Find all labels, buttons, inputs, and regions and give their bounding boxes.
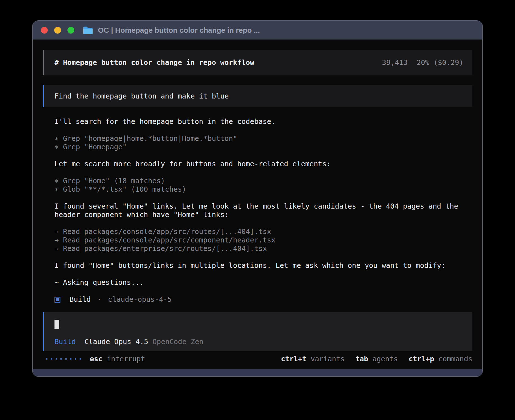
assistant-text-line: ~ Asking questions...: [54, 278, 472, 287]
close-button[interactable]: [41, 27, 48, 34]
assistant-text-line: I found "Home" buttons/links in multiple…: [54, 261, 472, 270]
separator-dot: ·: [97, 295, 102, 304]
transcript-gap: [54, 219, 472, 228]
transcript-gap: [54, 194, 472, 202]
assistant-text-line: I found several "Home" links. Let me loo…: [54, 202, 472, 219]
window-title: OC | Homepage button color change in rep…: [98, 26, 260, 35]
hint-variants: ctrl+t variants: [281, 355, 345, 363]
hint-interrupt: esc interrupt: [90, 355, 145, 363]
tool-call-line: → Read packages/enterprise/src/routes/[.…: [54, 244, 472, 253]
minimize-button[interactable]: [54, 27, 61, 34]
status-bar: esc interrupt ctrl+t variants tab agents…: [43, 355, 472, 363]
folder-icon: [83, 26, 93, 34]
token-count: 39,413: [382, 58, 407, 67]
spinner-dot: [51, 358, 52, 360]
user-message: Find the homepage button and make it blu…: [43, 85, 472, 107]
agent-status-line: Build · claude-opus-4-5: [54, 295, 472, 304]
assistant-text-line: I'll search for the homepage button in t…: [54, 117, 472, 126]
transcript-gap: [54, 253, 472, 261]
transcript-gap: [54, 270, 472, 278]
input-meta: Build Claude Opus 4.5 OpenCode Zen: [54, 338, 464, 346]
terminal-content: # Homepage button color change in repo w…: [33, 40, 482, 369]
transcript-gap: [54, 151, 472, 160]
spinner-dot: [60, 358, 62, 360]
working-spinner-dots: [46, 358, 84, 360]
assistant-text-line: Let me search more broadly for buttons a…: [54, 160, 472, 168]
tool-call-line: ∗ Grep "homepage|home.*button|Home.*butt…: [54, 134, 472, 143]
agent-name: Build: [69, 295, 91, 304]
tool-call-line: ∗ Grep "Homepage": [54, 143, 472, 151]
transcript-gap: [54, 287, 472, 295]
spinner-dot: [70, 358, 71, 360]
terminal-window: OC | Homepage button color change in rep…: [32, 20, 483, 377]
tool-call-line: → Read packages/console/app/src/routes/[…: [54, 228, 472, 236]
hint-agents: tab agents: [355, 355, 398, 363]
spinner-dot: [65, 358, 67, 360]
session-title: # Homepage button color change in repo w…: [54, 58, 254, 67]
input-agent-label[interactable]: Build: [54, 338, 76, 346]
transcript-gap: [54, 126, 472, 134]
window-bottom-bar: [33, 369, 482, 376]
transcript-gap: [54, 168, 472, 177]
tool-call-line: → Read packages/console/app/src/componen…: [54, 236, 472, 244]
spinner-dot: [56, 358, 57, 360]
hint-commands: ctrl+p commands: [409, 355, 472, 363]
spinner-dot: [80, 358, 81, 360]
prompt-input[interactable]: Build Claude Opus 4.5 OpenCode Zen: [43, 312, 472, 351]
input-provider-label: OpenCode Zen: [152, 338, 204, 346]
user-message-text: Find the homepage button and make it blu…: [54, 92, 229, 100]
build-agent-icon: [54, 297, 60, 303]
tool-call-line: ∗ Grep "Home" (18 matches): [54, 177, 472, 185]
spinner-dot: [75, 358, 76, 360]
session-header: # Homepage button color change in repo w…: [43, 50, 472, 75]
input-model-label[interactable]: Claude Opus 4.5: [84, 338, 148, 346]
context-usage: 20% ($0.29): [416, 58, 463, 67]
tool-call-line: ∗ Glob "**/*.tsx" (100 matches): [54, 185, 472, 194]
assistant-transcript: I'll search for the homepage button in t…: [43, 117, 472, 295]
spinner-dot: [46, 358, 47, 360]
text-cursor: [54, 320, 59, 329]
model-name: claude-opus-4-5: [108, 295, 172, 304]
zoom-button[interactable]: [67, 27, 74, 34]
session-stats: 39,41320% ($0.29): [382, 58, 463, 67]
titlebar[interactable]: OC | Homepage button color change in rep…: [33, 21, 482, 40]
